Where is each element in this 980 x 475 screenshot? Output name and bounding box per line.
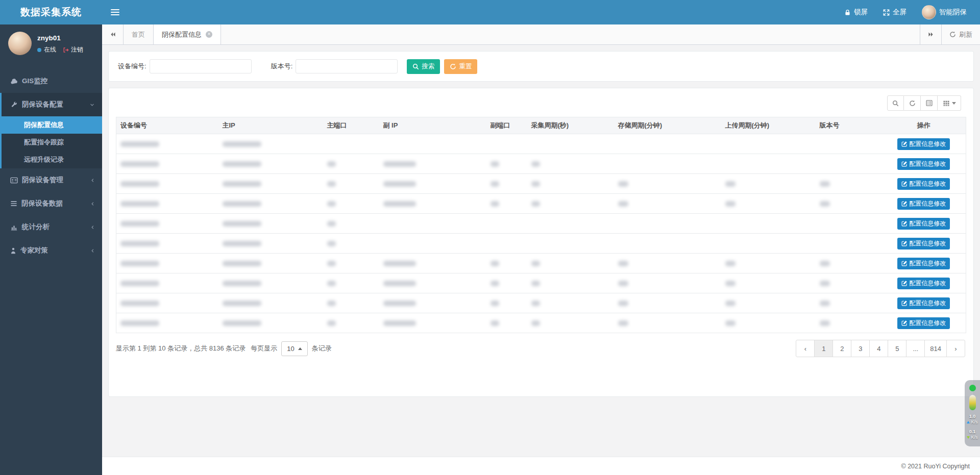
sidebar-item-device-data[interactable]: 阴保设备数据 [0,192,102,215]
table-row: 配置信息修改 [116,154,966,174]
double-right-icon [927,31,935,38]
table-cell [323,194,379,214]
page-ellipsis[interactable]: ... [906,340,925,357]
page-button-4[interactable]: 4 [869,340,888,357]
version-input[interactable] [296,59,398,73]
edit-config-button[interactable]: 配置信息修改 [897,198,950,210]
redacted-cell-value [223,301,261,306]
sidebar-item-device-config[interactable]: 阴保设备配置 [2,93,102,116]
table-cell [486,214,527,234]
table-cell [486,234,527,254]
search-panel: 设备编号: 版本号: 搜索 重置 [108,51,974,82]
edit-config-button[interactable]: 配置信息修改 [897,278,950,289]
table-cell-action: 配置信息修改 [882,154,966,174]
sidebar-toggle-button[interactable] [102,0,128,24]
redacted-cell-value [223,141,261,147]
table-cell-action: 配置信息修改 [882,134,966,154]
table-cell [379,194,486,214]
user-menu[interactable]: 智能阴保 [922,5,967,19]
redacted-cell-value [383,320,416,326]
table-cell [721,254,816,273]
tabs-scroll-right-button[interactable] [920,24,941,44]
table-detail-view-button[interactable] [921,95,938,111]
lock-screen-button[interactable]: 锁屏 [844,8,868,17]
lock-screen-label: 锁屏 [854,8,868,17]
tabs-scroll-left-button[interactable] [102,24,124,44]
fullscreen-button[interactable]: 全屏 [883,8,906,17]
edit-config-button[interactable]: 配置信息修改 [897,297,950,309]
tab-config-info[interactable]: 阴保配置信息× [154,24,221,44]
table-cell [527,154,614,174]
redacted-cell-value [383,281,416,286]
table-refresh-button[interactable] [904,95,921,111]
refresh-tab-button[interactable]: 刷新 [941,24,980,44]
sidebar-item-config-info[interactable]: 阴保配置信息 [2,116,102,134]
table-search-toggle-button[interactable] [887,95,904,111]
edit-config-button[interactable]: 配置信息修改 [897,178,950,190]
page-button-814[interactable]: 814 [924,340,947,357]
sidebar-item-gis-monitor[interactable]: GIS监控 [0,69,102,93]
table-cell [721,194,816,214]
page-next-button[interactable]: › [946,340,965,357]
page-size-dropdown[interactable]: 10 [281,341,307,356]
redacted-cell-value [223,281,261,286]
refresh-icon [949,31,956,38]
redacted-cell-value [725,261,736,266]
header-username: 智能阴保 [939,8,967,17]
lock-icon [844,9,851,16]
sidebar-section-expert-advice: 专家对策 [0,239,102,262]
reset-button[interactable]: 重置 [444,59,477,74]
table-cell [486,293,527,313]
table-cell [379,254,486,273]
redacted-cell-value [327,221,336,227]
sidebar-item-remote-upgrade[interactable]: 远程升级记录 [2,151,102,168]
table-cell [486,313,527,333]
sidebar-item-label: 阴保设备配置 [22,100,63,109]
device-number-input[interactable] [150,59,252,73]
edit-config-button[interactable]: 配置信息修改 [897,138,950,150]
page-prev-button[interactable]: ‹ [796,340,815,357]
table-cell [816,293,882,313]
edit-config-button[interactable]: 配置信息修改 [897,218,950,230]
sidebar-item-stats-analysis[interactable]: 统计分析 [0,215,102,239]
redacted-cell-value [531,161,540,167]
redacted-cell-value [531,301,540,306]
redacted-cell-value [618,320,628,326]
page-button-3[interactable]: 3 [851,340,870,357]
tab-home[interactable]: 首页 [124,24,154,44]
caret-up-icon [298,347,302,350]
online-status-dot [37,48,41,52]
edit-config-button[interactable]: 配置信息修改 [897,317,950,329]
sidebar-item-expert-advice[interactable]: 专家对策 [0,239,102,262]
tab-bar: 首页阴保配置信息× 刷新 [102,24,980,45]
sidebar-item-device-manage[interactable]: 阴保设备管理 [0,168,102,192]
table-cell [218,154,323,174]
page-button-5[interactable]: 5 [888,340,906,357]
page-button-2[interactable]: 2 [832,340,851,357]
sidebar-item-command-trace[interactable]: 配置指令跟踪 [2,134,102,151]
redacted-cell-value [491,261,499,266]
table-columns-button[interactable] [938,95,961,111]
cloud-icon [10,78,18,85]
avatar [8,32,32,55]
edit-config-button[interactable]: 配置信息修改 [897,158,950,170]
reset-button-label: 重置 [459,62,472,71]
edit-config-button[interactable]: 配置信息修改 [897,238,950,249]
logout-button[interactable]: 注销 [63,45,83,54]
table-cell [218,293,323,313]
app-logo[interactable]: 数据采集系统 [0,0,102,24]
table-cell [816,234,882,254]
edit-config-button[interactable]: 配置信息修改 [897,258,950,269]
table-row: 配置信息修改 [116,134,966,154]
table-cell [527,134,614,154]
page-footer: © 2021 RuoYi Copyright [102,457,980,475]
page-button-1[interactable]: 1 [814,340,833,357]
table-cell-action: 配置信息修改 [882,293,966,313]
redacted-cell-value [327,301,336,306]
net-speed-widget[interactable]: 1.0 K/s 0.1 K/s [965,380,980,446]
redacted-cell-value [725,320,736,326]
search-button[interactable]: 搜索 [407,59,440,74]
redacted-cell-value [618,281,628,286]
table-cell [721,154,816,174]
close-icon[interactable]: × [206,31,212,38]
